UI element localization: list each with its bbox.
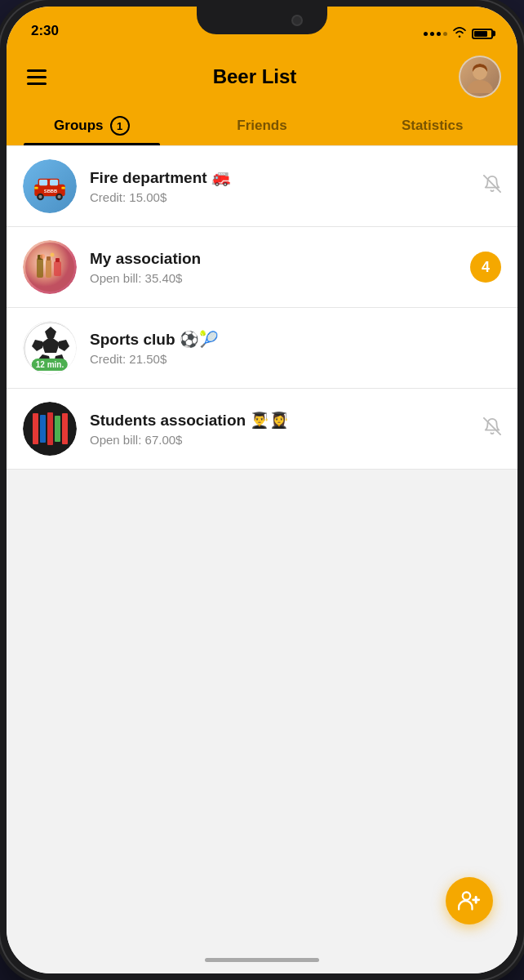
- svg-point-34: [463, 893, 470, 900]
- header: Beer List: [7, 47, 517, 98]
- group-name-students: Students association 👨‍🎓👩‍🎓: [90, 411, 470, 430]
- svg-point-8: [38, 195, 42, 198]
- svg-point-1: [467, 80, 493, 93]
- bell-muted-icon: [483, 419, 501, 439]
- screen: 2:30: [7, 7, 517, 973]
- group-detail-students: Open bill: 67.00$: [90, 433, 470, 447]
- signal-dot: [443, 32, 447, 36]
- group-info-association: My association Open bill: 35.40$: [90, 250, 457, 285]
- home-indicator: [205, 958, 319, 962]
- tab-groups[interactable]: Groups 1: [7, 108, 177, 145]
- tab-statistics-label: Statistics: [402, 118, 464, 134]
- user-avatar[interactable]: [459, 56, 501, 98]
- group-action-students[interactable]: [483, 417, 501, 440]
- group-avatar-sports: 12 min.: [23, 321, 77, 375]
- svg-point-10: [57, 195, 60, 198]
- book: [33, 413, 38, 444]
- tab-friends[interactable]: Friends: [177, 108, 348, 145]
- time-badge-sports: 12 min.: [32, 359, 68, 371]
- sports-avatar-bg: 12 min.: [23, 321, 77, 375]
- add-group-fab[interactable]: [446, 877, 493, 924]
- svg-rect-5: [39, 180, 47, 185]
- notch: [197, 7, 327, 34]
- book: [55, 416, 60, 442]
- svg-rect-16: [37, 258, 43, 278]
- list-item[interactable]: 12 min. Sports club ⚽🎾 Credit: 21.50$: [7, 308, 517, 389]
- svg-line-14: [484, 176, 500, 192]
- group-detail-fire: Credit: 15.00$: [90, 190, 470, 204]
- group-action-association[interactable]: 4: [470, 252, 501, 283]
- svg-rect-21: [56, 258, 60, 262]
- hamburger-line: [27, 69, 47, 72]
- association-avatar-bg: [23, 240, 77, 294]
- students-avatar-bg: [23, 402, 77, 456]
- fire-avatar-bg: SBBB: [23, 159, 77, 213]
- group-avatar-fire: SBBB: [23, 159, 77, 213]
- svg-rect-20: [54, 261, 61, 276]
- group-name-fire: Fire department 🚒: [90, 168, 470, 187]
- group-info-fire: Fire department 🚒 Credit: 15.00$: [90, 168, 470, 204]
- svg-text:SBBB: SBBB: [44, 189, 57, 194]
- wifi-icon: [452, 26, 467, 41]
- hamburger-line: [27, 76, 47, 78]
- hamburger-line: [27, 82, 47, 85]
- book: [62, 413, 68, 444]
- battery-fill: [474, 31, 487, 37]
- signal-dot: [430, 32, 434, 36]
- svg-rect-12: [61, 187, 64, 189]
- group-detail-association: Open bill: 35.40$: [90, 271, 457, 285]
- add-person-icon: [458, 889, 481, 912]
- group-avatar-association: [23, 240, 77, 294]
- tab-friends-label: Friends: [237, 118, 286, 134]
- page-title: Beer List: [213, 65, 297, 88]
- tab-groups-badge: 1: [110, 116, 130, 136]
- avatar-image: [460, 57, 500, 96]
- group-name-association: My association: [90, 250, 457, 268]
- front-camera: [291, 15, 303, 26]
- svg-point-23: [51, 253, 55, 257]
- book: [47, 412, 53, 445]
- bell-muted-icon: [483, 176, 501, 197]
- tab-statistics[interactable]: Statistics: [347, 108, 517, 145]
- hamburger-menu[interactable]: [23, 65, 51, 89]
- signal-dots: [424, 32, 447, 36]
- signal-dot: [437, 32, 441, 36]
- group-info-students: Students association 👨‍🎓👩‍🎓 Open bill: 6…: [90, 411, 470, 447]
- list-item[interactable]: Students association 👨‍🎓👩‍🎓 Open bill: 6…: [7, 389, 517, 470]
- status-time: 2:30: [31, 23, 59, 41]
- svg-line-33: [484, 418, 500, 434]
- group-detail-sports: Credit: 21.50$: [90, 352, 488, 366]
- tabs: Groups 1 Friends Statistics: [7, 98, 517, 145]
- book: [40, 415, 46, 443]
- svg-rect-19: [47, 256, 51, 261]
- svg-rect-11: [34, 187, 38, 189]
- tab-groups-label: Groups: [54, 118, 103, 134]
- signal-dot: [424, 32, 428, 36]
- svg-rect-6: [50, 180, 58, 185]
- group-name-sports: Sports club ⚽🎾: [90, 330, 488, 349]
- group-avatar-students: [23, 402, 77, 456]
- list-item[interactable]: SBBB Fire department 🚒 Credit: 15.00$: [7, 145, 517, 227]
- phone-frame: 2:30: [0, 0, 524, 980]
- group-action-fire[interactable]: [483, 175, 501, 198]
- app-container: 2:30: [7, 7, 517, 973]
- svg-rect-18: [46, 260, 51, 278]
- svg-point-22: [40, 254, 45, 259]
- group-info-sports: Sports club ⚽🎾 Credit: 21.50$: [90, 330, 488, 366]
- groups-list: SBBB Fire department 🚒 Credit: 15.00$: [7, 145, 517, 973]
- notification-badge: 4: [470, 252, 501, 283]
- battery-icon: [472, 29, 493, 39]
- list-item[interactable]: My association Open bill: 35.40$ 4: [7, 227, 517, 308]
- status-icons: [424, 26, 493, 41]
